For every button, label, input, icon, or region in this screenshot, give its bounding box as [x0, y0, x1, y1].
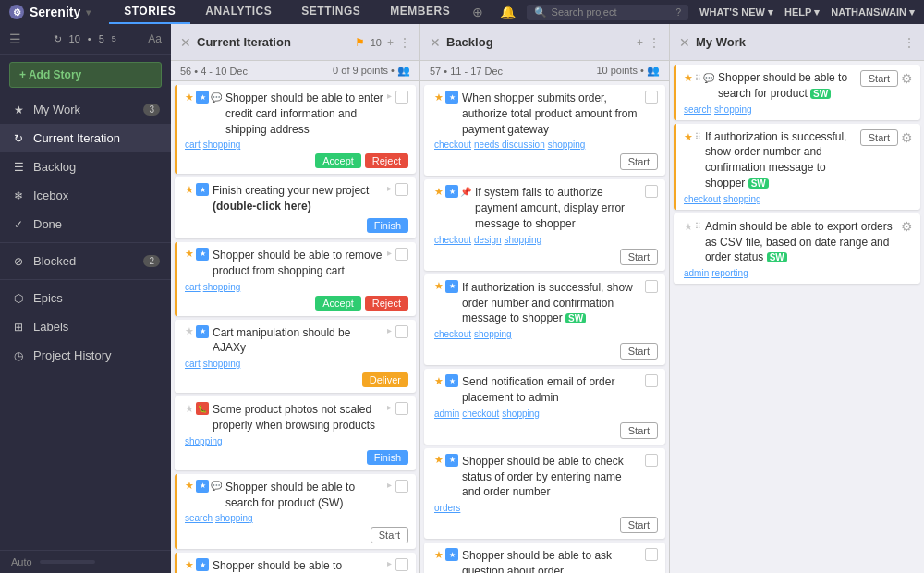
ci7-checkbox[interactable] — [395, 558, 408, 571]
bl4-star-icon[interactable]: ★ — [434, 375, 444, 387]
ci4-star-icon[interactable]: ★ — [185, 325, 194, 337]
help-button[interactable]: HELP ▾ — [784, 6, 820, 18]
ci1-accept-button[interactable]: Accept — [315, 153, 361, 168]
ci6-checkbox[interactable] — [395, 480, 408, 493]
ci3-checkbox[interactable] — [395, 248, 408, 261]
sidebar-item-backlog[interactable]: ☰ Backlog — [0, 152, 171, 181]
ci5-checkbox[interactable] — [395, 402, 408, 415]
collapse-icon[interactable]: ⊕ — [465, 0, 491, 24]
ci7-star-icon[interactable]: ★ — [185, 559, 194, 571]
hamburger-icon[interactable]: ☰ — [9, 31, 21, 46]
ci4-expand-icon[interactable]: ▸ — [387, 325, 392, 335]
ci2-checkbox[interactable] — [395, 183, 408, 196]
bl5-checkbox[interactable] — [645, 454, 658, 467]
bl5-star-icon[interactable]: ★ — [434, 454, 444, 466]
bl1-label-checkout[interactable]: checkout — [434, 140, 471, 150]
bl3-start-button[interactable]: Start — [620, 343, 658, 360]
mw1-start-button[interactable]: Start — [860, 70, 898, 87]
sidebar-item-my-work[interactable]: ★ My Work 3 — [0, 95, 171, 124]
tab-settings[interactable]: SETTINGS — [286, 0, 375, 24]
ci5-label-shopping[interactable]: shopping — [185, 436, 223, 446]
bl2-checkbox[interactable] — [645, 185, 658, 198]
backlog-add-icon[interactable]: + — [637, 36, 643, 49]
backlog-menu-icon[interactable]: ⋮ — [649, 36, 660, 49]
ci1-comment-icon[interactable]: 💬 — [211, 92, 222, 103]
mw3-star-icon[interactable]: ★ — [684, 221, 693, 233]
mw1-label-shopping[interactable]: shopping — [714, 104, 752, 115]
bl1-label-shopping[interactable]: shopping — [548, 140, 586, 150]
ci3-label-cart[interactable]: cart — [185, 282, 201, 292]
whats-new-button[interactable]: WHAT'S NEW ▾ — [699, 6, 773, 18]
bl1-star-icon[interactable]: ★ — [434, 91, 444, 104]
ci3-expand-icon[interactable]: ▸ — [387, 248, 392, 258]
ci3-reject-button[interactable]: Reject — [365, 296, 408, 311]
mw2-star-icon[interactable]: ★ — [684, 131, 693, 143]
ci6-comment-icon[interactable]: 💬 — [211, 481, 222, 491]
bl2-star-icon[interactable]: ★ — [434, 186, 444, 198]
mw1-comment-icon[interactable]: 💬 — [703, 73, 714, 83]
bl6-checkbox[interactable] — [645, 548, 658, 561]
mw2-label-checkout[interactable]: checkout — [684, 194, 721, 204]
ci2-star-icon[interactable]: ★ — [185, 184, 194, 196]
ci4-deliver-button[interactable]: Deliver — [362, 372, 408, 387]
my-work-menu-icon[interactable]: ⋮ — [904, 36, 915, 49]
bl1-label-needs-discussion[interactable]: needs discussion — [474, 140, 545, 150]
notification-bell-icon[interactable]: 🔔 — [500, 5, 516, 19]
mw3-settings-icon[interactable]: ⚙ — [901, 219, 913, 234]
ci6-expand-icon[interactable]: ▸ — [387, 480, 392, 490]
ci3-label-shopping[interactable]: shopping — [203, 282, 241, 292]
add-story-button[interactable]: + Add Story — [9, 62, 162, 88]
sidebar-item-blocked[interactable]: ⊘ Blocked 2 — [0, 247, 171, 275]
current-iteration-close-icon[interactable]: ✕ — [180, 35, 191, 50]
ci7-expand-icon[interactable]: ▸ — [387, 558, 392, 568]
tab-members[interactable]: MEMBERS — [375, 0, 465, 24]
ci1-checkbox[interactable] — [395, 91, 408, 104]
ci6-label-search[interactable]: search — [185, 513, 213, 523]
ci5-expand-icon[interactable]: ▸ — [387, 402, 392, 412]
search-input[interactable] — [552, 6, 672, 18]
ci1-label-shopping[interactable]: shopping — [203, 140, 241, 150]
bl2-start-button[interactable]: Start — [620, 249, 658, 265]
mw2-start-button[interactable]: Start — [860, 129, 898, 146]
mw1-settings-icon[interactable]: ⚙ — [901, 71, 913, 86]
ci6-star-icon[interactable]: ★ — [185, 480, 194, 492]
bl3-label-shopping[interactable]: shopping — [474, 329, 512, 339]
bl3-label-checkout[interactable]: checkout — [434, 329, 471, 339]
mw2-settings-icon[interactable]: ⚙ — [901, 130, 913, 145]
bl5-start-button[interactable]: Start — [620, 517, 658, 533]
bl1-checkbox[interactable] — [645, 91, 658, 104]
ci6-label-shopping[interactable]: shopping — [215, 513, 253, 523]
bl2-label-design[interactable]: design — [474, 235, 501, 245]
ci1-expand-icon[interactable]: ▸ — [387, 91, 392, 101]
ci4-label-shopping[interactable]: shopping — [203, 359, 241, 369]
mw1-drag-icon[interactable]: ⠿ — [695, 74, 701, 83]
ci4-label-cart[interactable]: cart — [185, 359, 201, 369]
backlog-close-icon[interactable]: ✕ — [430, 35, 441, 50]
ci1-star-icon[interactable]: ★ — [185, 91, 194, 104]
mw3-drag-icon[interactable]: ⠿ — [695, 222, 701, 231]
ci1-label-cart[interactable]: cart — [185, 140, 201, 150]
tab-stories[interactable]: STORIES — [109, 0, 190, 24]
sidebar-item-done[interactable]: ✓ Done — [0, 210, 171, 238]
bl3-star-icon[interactable]: ★ — [434, 280, 444, 292]
ci3-accept-button[interactable]: Accept — [315, 296, 361, 311]
bl2-label-shopping[interactable]: shopping — [505, 235, 542, 245]
mw2-label-shopping[interactable]: shopping — [723, 194, 761, 204]
ci5-finish-button[interactable]: Finish — [367, 450, 408, 465]
bl4-label-shopping[interactable]: shopping — [502, 408, 540, 419]
sidebar-item-current-iteration[interactable]: ↻ Current Iteration — [0, 124, 171, 152]
tab-analytics[interactable]: ANALYTICS — [190, 0, 286, 24]
my-work-close-icon[interactable]: ✕ — [679, 35, 690, 50]
mw3-label-admin[interactable]: admin — [684, 268, 709, 278]
mw3-label-reporting[interactable]: reporting — [711, 268, 748, 278]
bl5-label-orders[interactable]: orders — [434, 503, 460, 513]
current-iteration-add-icon[interactable]: + — [387, 36, 394, 49]
ci2-finish-button[interactable]: Finish — [367, 218, 408, 233]
bl1-start-button[interactable]: Start — [620, 153, 658, 170]
bl3-checkbox[interactable] — [645, 280, 658, 293]
sidebar-item-labels[interactable]: ⊞ Labels — [0, 312, 171, 341]
search-help-icon[interactable]: ? — [676, 7, 682, 18]
mw1-label-search[interactable]: search — [684, 104, 711, 115]
bl4-label-admin[interactable]: admin — [434, 408, 459, 419]
bl2-label-checkout[interactable]: checkout — [434, 235, 471, 245]
